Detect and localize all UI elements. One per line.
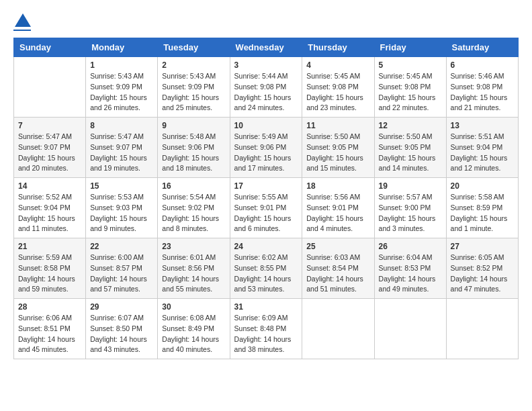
day-info: Sunrise: 5:47 AM Sunset: 9:07 PM Dayligh… xyxy=(90,132,153,174)
page-header xyxy=(13,13,519,31)
logo-underline xyxy=(13,30,31,31)
calendar-week-5: 28Sunrise: 6:06 AM Sunset: 8:51 PM Dayli… xyxy=(14,299,519,359)
day-info: Sunrise: 6:06 AM Sunset: 8:51 PM Dayligh… xyxy=(18,313,81,355)
calendar-cell: 5Sunrise: 5:45 AM Sunset: 9:08 PM Daylig… xyxy=(374,57,446,118)
day-number: 2 xyxy=(162,60,225,70)
day-header-thursday: Thursday xyxy=(302,38,374,57)
calendar-cell: 1Sunrise: 5:43 AM Sunset: 9:09 PM Daylig… xyxy=(86,57,158,118)
calendar-cell: 22Sunrise: 6:00 AM Sunset: 8:57 PM Dayli… xyxy=(86,238,158,299)
day-info: Sunrise: 5:43 AM Sunset: 9:09 PM Dayligh… xyxy=(90,71,153,113)
calendar-cell: 17Sunrise: 5:55 AM Sunset: 9:01 PM Dayli… xyxy=(230,178,302,238)
day-info: Sunrise: 6:04 AM Sunset: 8:53 PM Dayligh… xyxy=(379,253,442,295)
calendar-week-2: 7Sunrise: 5:47 AM Sunset: 9:07 PM Daylig… xyxy=(14,118,519,178)
day-number: 11 xyxy=(306,121,369,130)
calendar-cell xyxy=(302,299,374,359)
day-number: 27 xyxy=(451,242,514,251)
day-header-saturday: Saturday xyxy=(446,38,518,57)
calendar-cell: 21Sunrise: 5:59 AM Sunset: 8:58 PM Dayli… xyxy=(14,238,86,299)
day-info: Sunrise: 5:43 AM Sunset: 9:09 PM Dayligh… xyxy=(162,71,225,113)
calendar-cell: 2Sunrise: 5:43 AM Sunset: 9:09 PM Daylig… xyxy=(158,57,230,118)
calendar-cell: 13Sunrise: 5:51 AM Sunset: 9:04 PM Dayli… xyxy=(446,118,518,178)
calendar-cell: 26Sunrise: 6:04 AM Sunset: 8:53 PM Dayli… xyxy=(374,238,446,299)
day-number: 5 xyxy=(379,60,442,70)
day-info: Sunrise: 5:53 AM Sunset: 9:03 PM Dayligh… xyxy=(90,192,153,234)
day-info: Sunrise: 5:56 AM Sunset: 9:01 PM Dayligh… xyxy=(306,192,369,234)
day-number: 4 xyxy=(306,60,369,70)
day-info: Sunrise: 6:01 AM Sunset: 8:56 PM Dayligh… xyxy=(162,253,225,295)
calendar-week-3: 14Sunrise: 5:52 AM Sunset: 9:04 PM Dayli… xyxy=(14,178,519,238)
calendar-cell xyxy=(446,299,518,359)
day-info: Sunrise: 5:59 AM Sunset: 8:58 PM Dayligh… xyxy=(18,253,81,295)
day-number: 28 xyxy=(18,302,81,312)
calendar-cell: 31Sunrise: 6:09 AM Sunset: 8:48 PM Dayli… xyxy=(230,299,302,359)
calendar-cell: 7Sunrise: 5:47 AM Sunset: 9:07 PM Daylig… xyxy=(14,118,86,178)
day-number: 13 xyxy=(451,121,514,130)
calendar-cell: 23Sunrise: 6:01 AM Sunset: 8:56 PM Dayli… xyxy=(158,238,230,299)
logo xyxy=(13,13,31,31)
calendar-cell xyxy=(374,299,446,359)
day-number: 25 xyxy=(306,242,369,251)
day-info: Sunrise: 6:02 AM Sunset: 8:55 PM Dayligh… xyxy=(234,253,298,295)
day-number: 7 xyxy=(18,121,81,130)
day-number: 30 xyxy=(162,302,225,312)
day-number: 21 xyxy=(18,242,81,251)
calendar-cell: 18Sunrise: 5:56 AM Sunset: 9:01 PM Dayli… xyxy=(302,178,374,238)
day-info: Sunrise: 5:52 AM Sunset: 9:04 PM Dayligh… xyxy=(18,192,81,234)
day-number: 16 xyxy=(162,181,225,191)
day-number: 17 xyxy=(234,181,298,191)
day-number: 3 xyxy=(234,60,298,70)
calendar-table: SundayMondayTuesdayWednesdayThursdayFrid… xyxy=(13,38,519,359)
day-info: Sunrise: 5:46 AM Sunset: 9:08 PM Dayligh… xyxy=(451,71,514,113)
day-number: 6 xyxy=(451,60,514,70)
day-header-tuesday: Tuesday xyxy=(158,38,230,57)
day-info: Sunrise: 5:58 AM Sunset: 8:59 PM Dayligh… xyxy=(451,192,514,234)
day-info: Sunrise: 6:03 AM Sunset: 8:54 PM Dayligh… xyxy=(306,253,369,295)
day-number: 1 xyxy=(90,60,153,70)
day-header-wednesday: Wednesday xyxy=(230,38,302,57)
calendar-cell: 29Sunrise: 6:07 AM Sunset: 8:50 PM Dayli… xyxy=(86,299,158,359)
day-number: 8 xyxy=(90,121,153,130)
day-number: 9 xyxy=(162,121,225,130)
calendar-cell: 9Sunrise: 5:48 AM Sunset: 9:06 PM Daylig… xyxy=(158,118,230,178)
calendar-cell: 30Sunrise: 6:08 AM Sunset: 8:49 PM Dayli… xyxy=(158,299,230,359)
day-info: Sunrise: 6:00 AM Sunset: 8:57 PM Dayligh… xyxy=(90,253,153,295)
calendar-cell: 12Sunrise: 5:50 AM Sunset: 9:05 PM Dayli… xyxy=(374,118,446,178)
day-number: 22 xyxy=(90,242,153,251)
calendar-cell: 3Sunrise: 5:44 AM Sunset: 9:08 PM Daylig… xyxy=(230,57,302,118)
logo-triangle-icon xyxy=(15,13,31,27)
calendar-cell: 8Sunrise: 5:47 AM Sunset: 9:07 PM Daylig… xyxy=(86,118,158,178)
day-number: 18 xyxy=(306,181,369,191)
day-info: Sunrise: 5:48 AM Sunset: 9:06 PM Dayligh… xyxy=(162,132,225,174)
calendar-cell: 6Sunrise: 5:46 AM Sunset: 9:08 PM Daylig… xyxy=(446,57,518,118)
calendar-cell: 25Sunrise: 6:03 AM Sunset: 8:54 PM Dayli… xyxy=(302,238,374,299)
calendar-cell: 15Sunrise: 5:53 AM Sunset: 9:03 PM Dayli… xyxy=(86,178,158,238)
day-info: Sunrise: 5:45 AM Sunset: 9:08 PM Dayligh… xyxy=(306,71,369,113)
day-number: 26 xyxy=(379,242,442,251)
day-info: Sunrise: 6:05 AM Sunset: 8:52 PM Dayligh… xyxy=(451,253,514,295)
day-info: Sunrise: 5:47 AM Sunset: 9:07 PM Dayligh… xyxy=(18,132,81,174)
calendar-week-1: 1Sunrise: 5:43 AM Sunset: 9:09 PM Daylig… xyxy=(14,57,519,118)
day-info: Sunrise: 6:09 AM Sunset: 8:48 PM Dayligh… xyxy=(234,313,298,355)
calendar-cell: 16Sunrise: 5:54 AM Sunset: 9:02 PM Dayli… xyxy=(158,178,230,238)
day-number: 23 xyxy=(162,242,225,251)
day-number: 24 xyxy=(234,242,298,251)
day-header-sunday: Sunday xyxy=(14,38,86,57)
day-info: Sunrise: 5:51 AM Sunset: 9:04 PM Dayligh… xyxy=(451,132,514,174)
day-header-monday: Monday xyxy=(86,38,158,57)
day-info: Sunrise: 5:54 AM Sunset: 9:02 PM Dayligh… xyxy=(162,192,225,234)
calendar-cell: 28Sunrise: 6:06 AM Sunset: 8:51 PM Dayli… xyxy=(14,299,86,359)
day-info: Sunrise: 6:07 AM Sunset: 8:50 PM Dayligh… xyxy=(90,313,153,355)
day-info: Sunrise: 5:50 AM Sunset: 9:05 PM Dayligh… xyxy=(379,132,442,174)
calendar-cell: 11Sunrise: 5:50 AM Sunset: 9:05 PM Dayli… xyxy=(302,118,374,178)
calendar-header-row: SundayMondayTuesdayWednesdayThursdayFrid… xyxy=(14,38,519,57)
day-number: 15 xyxy=(90,181,153,191)
day-number: 10 xyxy=(234,121,298,130)
calendar-cell: 19Sunrise: 5:57 AM Sunset: 9:00 PM Dayli… xyxy=(374,178,446,238)
calendar-cell: 4Sunrise: 5:45 AM Sunset: 9:08 PM Daylig… xyxy=(302,57,374,118)
day-info: Sunrise: 5:49 AM Sunset: 9:06 PM Dayligh… xyxy=(234,132,298,174)
day-number: 19 xyxy=(379,181,442,191)
calendar-cell: 24Sunrise: 6:02 AM Sunset: 8:55 PM Dayli… xyxy=(230,238,302,299)
day-info: Sunrise: 5:44 AM Sunset: 9:08 PM Dayligh… xyxy=(234,71,298,113)
day-info: Sunrise: 5:50 AM Sunset: 9:05 PM Dayligh… xyxy=(306,132,369,174)
calendar-cell: 27Sunrise: 6:05 AM Sunset: 8:52 PM Dayli… xyxy=(446,238,518,299)
